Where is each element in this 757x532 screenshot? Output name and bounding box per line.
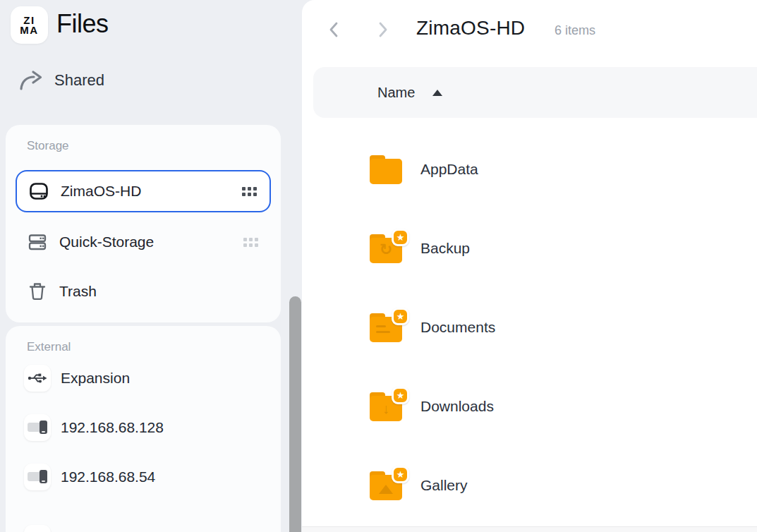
bottom-divider [302,526,757,532]
file-name: AppData [420,161,478,178]
name-column-header[interactable]: Name [313,67,757,118]
sidebar-item-192-168-68-54[interactable]: 192.168.68.54 [24,464,155,490]
current-folder-title: ZimaOS-HD [416,17,525,40]
grid-view-icon[interactable] [243,238,258,247]
star-badge-icon: ★ [392,308,409,325]
shared-label: Shared [54,71,104,90]
folder-lines-star-icon: ★ [370,313,402,342]
folder-download-star-icon: ↓ ★ [370,392,402,421]
forward-button[interactable] [373,20,392,40]
external-item-label: 192.168.68.128 [61,419,164,436]
sidebar-item-zimaos-hd[interactable]: ZimaOS-HD [16,170,271,212]
file-row-backup[interactable]: ↻ ★ Backup [302,214,757,282]
back-button[interactable] [325,20,344,40]
file-row-documents[interactable]: ★ Documents [302,294,757,361]
name-column-label: Name [377,85,415,101]
sidebar-item-shared[interactable]: Shared [18,69,104,92]
external-item-label: 192.168.68.54 [61,468,155,485]
file-name: Documents [420,319,495,336]
storage-item-label: Quick-Storage [59,234,154,250]
files-app-window: ZI MA Files Shared Storage [0,0,757,532]
file-row-gallery[interactable]: ★ Gallery [302,452,757,519]
sort-ascending-icon [432,90,442,96]
file-row-downloads[interactable]: ↓ ★ Downloads [302,373,757,440]
sidebar-item-quick-storage[interactable]: Quick-Storage [16,221,271,263]
folder-icon [370,155,402,184]
storage-section: Storage ZimaOS-HD [6,125,281,322]
file-name: Backup [420,240,470,257]
items-count: 6 items [555,23,595,38]
scrollbar-thumb[interactable] [289,296,301,532]
file-name: Downloads [420,398,494,415]
zima-logo: ZI MA [11,6,48,44]
trash-icon [27,281,48,302]
file-name: Gallery [420,477,468,494]
sidebar-item-trash[interactable]: Trash [16,270,271,313]
sidebar-item-sandisk-usb[interactable]: SanDisk Wireless stick USB [24,525,245,532]
file-row-appdata[interactable]: AppData [302,135,757,203]
sidebar-item-expansion[interactable]: Expansion [24,365,130,392]
sidebar-item-192-168-68-128[interactable]: 192.168.68.128 [24,414,164,441]
usb-icon [24,365,51,392]
storage-item-label: Trash [59,283,97,300]
logo-line2: MA [20,25,38,35]
star-badge-icon: ★ [392,229,409,246]
external-section-label: External [27,340,71,354]
share-arrow-icon [18,69,44,92]
grid-view-icon[interactable] [242,187,257,196]
device-icon [24,464,51,490]
device-icon [24,414,51,441]
hard-drive-icon [28,181,49,202]
storage-item-label: ZimaOS-HD [61,183,141,200]
folder-sync-star-icon: ↻ ★ [370,234,402,263]
storage-section-label: Storage [27,139,69,153]
sidebar: ZI MA Files Shared Storage [0,0,302,532]
star-badge-icon: ★ [392,466,409,483]
star-badge-icon: ★ [392,387,409,404]
server-icon [27,231,48,253]
external-item-label: Expansion [61,370,130,387]
app-title: Files [56,9,109,39]
file-browser-panel: ZimaOS-HD 6 items Name AppData ↻ ★ Backu… [302,0,757,532]
external-section: External Expansion [6,326,281,532]
usb-icon [24,525,51,532]
folder-image-star-icon: ★ [370,471,402,500]
